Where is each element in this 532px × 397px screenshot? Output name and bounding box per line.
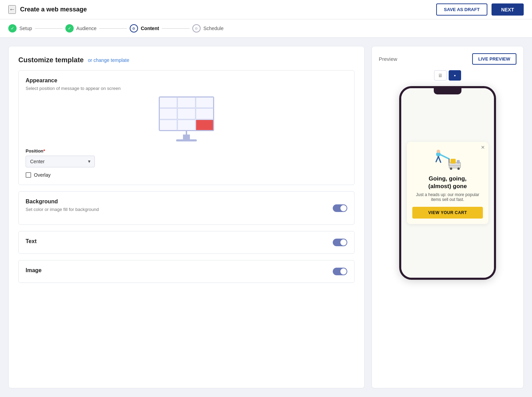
- step-connector-2: [99, 28, 127, 29]
- svg-point-7: [450, 167, 452, 170]
- step-connector-3: [162, 28, 190, 29]
- cell-bl[interactable]: [159, 120, 177, 130]
- text-section: Text: [18, 231, 355, 254]
- svg-rect-9: [450, 159, 456, 163]
- step-schedule-label: Schedule: [203, 26, 223, 31]
- customize-title: Customize template or change template: [18, 56, 355, 64]
- svg-line-2: [441, 155, 449, 159]
- monitor-neck: [186, 131, 187, 135]
- overlay-label: Overlay: [34, 172, 51, 178]
- back-button[interactable]: ←: [8, 5, 16, 14]
- step-audience-icon: ✓: [65, 24, 74, 33]
- view-cart-button[interactable]: VIEW YOUR CART: [412, 207, 483, 219]
- image-toggle-row: Image: [26, 267, 347, 276]
- header-actions: SAVE AS DRAFT NEXT: [436, 3, 524, 16]
- background-toggle[interactable]: [333, 204, 347, 212]
- text-toggle-row: Text: [26, 238, 347, 247]
- step-content-label: Content: [141, 26, 159, 31]
- change-template-link[interactable]: or change template: [88, 57, 129, 63]
- position-label: Position*: [26, 148, 347, 154]
- step-connector-1: [35, 28, 63, 29]
- phone-mockup: ✕: [399, 86, 496, 280]
- toggle-knob: [340, 239, 347, 246]
- monitor-base: [176, 139, 197, 141]
- mobile-icon: ▪: [454, 73, 456, 78]
- overlay-checkbox[interactable]: [26, 172, 31, 178]
- background-section: Background Set color or image fill for b…: [18, 191, 355, 225]
- appearance-title: Appearance: [26, 77, 347, 84]
- preview-label: Preview: [379, 56, 397, 62]
- toggle-knob: [340, 268, 347, 275]
- position-select[interactable]: Center Top Left Top Center Top Right Cen…: [26, 156, 95, 167]
- phone-notch: [434, 88, 461, 94]
- image-title: Image: [26, 267, 42, 274]
- monitor-stand: [183, 135, 190, 139]
- header-left: ← Create a web message: [8, 5, 87, 14]
- image-section: Image: [18, 260, 355, 283]
- monitor-screen: [159, 96, 214, 131]
- header: ← Create a web message SAVE AS DRAFT NEX…: [0, 0, 532, 19]
- steps-nav: ✓ Setup ✓ Audience ⚙ Content ⚙ Schedule: [0, 19, 532, 38]
- appearance-section: Appearance Select position of message to…: [18, 70, 355, 185]
- step-setup-label: Setup: [19, 26, 32, 31]
- step-content: ⚙ Content: [130, 24, 159, 33]
- desktop-tab[interactable]: 🖥: [434, 70, 447, 81]
- cell-bc[interactable]: [177, 120, 195, 130]
- cell-tl[interactable]: [159, 97, 177, 108]
- cell-br[interactable]: [196, 120, 213, 130]
- appearance-desc: Select position of message to appear on …: [26, 86, 347, 91]
- live-preview-button[interactable]: LIVE PREVIEW: [472, 53, 516, 65]
- phone-preview-wrap: ✕: [379, 86, 516, 381]
- cell-mr[interactable]: [196, 108, 213, 119]
- message-subtext: Just a heads up: our more popular items …: [412, 192, 483, 202]
- background-desc: Set color or image fill for background: [26, 207, 99, 212]
- step-content-icon: ⚙: [130, 24, 138, 33]
- svg-line-4: [438, 157, 441, 163]
- step-audience: ✓ Audience: [65, 24, 97, 33]
- toggle-knob: [340, 205, 347, 211]
- svg-line-3: [436, 157, 439, 162]
- phone-content: ✕: [401, 88, 494, 278]
- step-schedule-icon: ⚙: [192, 24, 201, 33]
- image-toggle[interactable]: [333, 268, 347, 275]
- next-button[interactable]: NEXT: [492, 3, 524, 16]
- message-card: ✕: [407, 142, 488, 224]
- right-panel: Preview LIVE PREVIEW 🖥 ▪ ✕: [372, 46, 524, 388]
- left-panel: Customize template or change template Ap…: [8, 46, 365, 388]
- text-title: Text: [26, 238, 37, 244]
- step-audience-label: Audience: [76, 26, 97, 31]
- svg-point-8: [457, 167, 460, 170]
- close-card-button[interactable]: ✕: [481, 145, 485, 150]
- step-schedule: ⚙ Schedule: [192, 24, 223, 33]
- message-heading: Going, going,(almost) gone: [412, 175, 483, 190]
- svg-rect-10: [457, 160, 460, 164]
- background-title: Background: [26, 198, 99, 205]
- position-select-wrap: Center Top Left Top Center Top Right Cen…: [26, 156, 95, 167]
- background-toggle-row: Background Set color or image fill for b…: [26, 198, 347, 218]
- svg-point-1: [437, 150, 440, 153]
- monitor-icon: 🖥: [438, 73, 443, 78]
- required-star: *: [43, 148, 45, 154]
- main-content: Customize template or change template Ap…: [0, 38, 532, 397]
- overlay-row: Overlay: [26, 172, 347, 178]
- page-title: Create a web message: [20, 6, 87, 13]
- cell-ml[interactable]: [159, 108, 177, 119]
- step-setup-icon: ✓: [8, 24, 17, 33]
- position-monitor: [26, 96, 347, 141]
- background-info: Background Set color or image fill for b…: [26, 198, 99, 218]
- cell-mc[interactable]: [177, 108, 195, 119]
- cell-tr[interactable]: [196, 97, 213, 108]
- save-draft-button[interactable]: SAVE AS DRAFT: [436, 3, 487, 16]
- preview-header: Preview LIVE PREVIEW: [379, 53, 516, 65]
- cart-illustration: [430, 147, 465, 172]
- monitor-graphic: [159, 96, 214, 141]
- device-tabs: 🖥 ▪: [379, 70, 516, 81]
- step-setup: ✓ Setup: [8, 24, 32, 33]
- cell-tc[interactable]: [177, 97, 195, 108]
- mobile-tab[interactable]: ▪: [449, 70, 461, 81]
- text-toggle[interactable]: [333, 239, 347, 246]
